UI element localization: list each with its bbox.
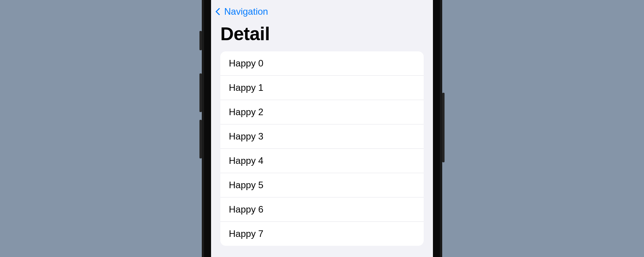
chevron-left-icon	[215, 8, 223, 15]
list-item-label: Happy 0	[229, 58, 263, 68]
list-item-label: Happy 3	[229, 131, 263, 141]
list-item-label: Happy 5	[229, 180, 263, 190]
list-item-label: Happy 6	[229, 204, 263, 214]
list-item[interactable]: Happy 1	[220, 76, 424, 100]
list-item[interactable]: Happy 4	[220, 149, 424, 173]
list-item[interactable]: Happy 7	[220, 222, 424, 246]
screen: Navigation Detail Happy 0 Happy 1 Happy …	[211, 0, 433, 257]
page-title: Detail	[211, 20, 433, 51]
list-item-label: Happy 7	[229, 228, 263, 239]
list-item-label: Happy 2	[229, 107, 263, 117]
list-item[interactable]: Happy 3	[220, 124, 424, 149]
device-power-button	[442, 93, 445, 162]
navigation-bar: Navigation	[211, 0, 433, 20]
device-volume-up-button	[199, 73, 202, 112]
list-item[interactable]: Happy 6	[220, 197, 424, 222]
list-container: Happy 0 Happy 1 Happy 2 Happy 3 Happy 4 …	[220, 51, 424, 246]
list-item-label: Happy 4	[229, 155, 263, 166]
back-button-label: Navigation	[224, 6, 268, 17]
list-item[interactable]: Happy 0	[220, 51, 424, 76]
device-frame: Navigation Detail Happy 0 Happy 1 Happy …	[204, 0, 440, 257]
list-item[interactable]: Happy 5	[220, 173, 424, 197]
device-volume-down-button	[199, 120, 202, 158]
list-item[interactable]: Happy 2	[220, 100, 424, 124]
device-side-button	[199, 31, 202, 50]
list-item-label: Happy 1	[229, 82, 263, 93]
device-bezel-left	[202, 0, 204, 257]
back-button[interactable]: Navigation	[216, 6, 268, 17]
